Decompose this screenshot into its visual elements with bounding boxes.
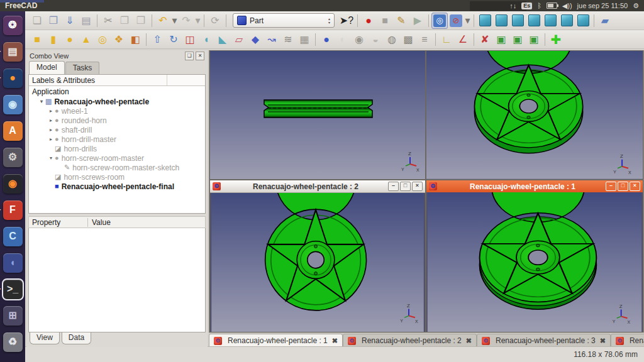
window-titlebar-2[interactable]: ⚙ Renacuajo-wheel-pentacle : 2 –□×	[210, 180, 425, 193]
boolean-union-button[interactable]: ◉	[351, 31, 367, 48]
tree-item-application[interactable]: Application	[29, 86, 205, 97]
tree-item-rounded-horn[interactable]: ▸●rounded-horn	[29, 116, 205, 125]
view-rear-button[interactable]	[542, 13, 558, 29]
boolean-operation-button[interactable]: ●	[318, 31, 335, 48]
open-file-button[interactable]: ❐	[45, 13, 62, 29]
tab-model[interactable]: Model	[29, 61, 65, 74]
launcher-item-meshlab[interactable]: ◖	[1, 250, 25, 275]
launcher-item-firefox[interactable]: ▸●	[1, 65, 25, 90]
part-revolve-button[interactable]: ↻	[165, 31, 182, 48]
measure-linear-button[interactable]: ∟	[438, 31, 455, 48]
maximize-button[interactable]: □	[400, 182, 411, 191]
tree-item-horn-screws-room[interactable]: ◪horn-screws-room	[29, 172, 205, 182]
draw-style-more-button[interactable]: ▾	[464, 13, 471, 29]
fit-all-button[interactable]: ◎	[431, 13, 448, 29]
view-axonometric-button[interactable]	[477, 13, 493, 29]
clock[interactable]: jue sep 25 11:50	[577, 3, 628, 9]
launcher-item-system-settings[interactable]: ⚙	[1, 145, 25, 170]
macro-play-button[interactable]: ▶	[409, 13, 426, 29]
launcher-item-freecad[interactable]: ▸F	[1, 197, 25, 222]
macro-record-button[interactable]: ●	[360, 13, 377, 29]
save-file-button[interactable]: ⇓	[62, 13, 78, 29]
view-right-button[interactable]	[526, 13, 542, 29]
tab-close-icon[interactable]: ✖	[466, 337, 472, 345]
battery-icon[interactable]	[547, 3, 557, 9]
3d-view-side[interactable]	[210, 51, 425, 179]
launcher-item-terminal[interactable]: ▸>_	[1, 277, 25, 302]
redo-more-button[interactable]: ▾	[194, 13, 201, 29]
part-shape-builder-button[interactable]: ◧	[127, 31, 143, 48]
part-loft-button[interactable]: ≋	[280, 31, 296, 48]
add-primitive-plus-button[interactable]: ✚	[548, 31, 564, 48]
tab-tasks[interactable]: Tasks	[65, 62, 100, 74]
3d-view-iso-bottom[interactable]	[426, 192, 643, 332]
tree-item-renacuajo-wheel-pentacle-final[interactable]: ■Renacuajo-wheel-pentacle-final	[29, 182, 205, 191]
tree-item-renacuajo-wheel-pentacle[interactable]: ▾▥Renacuajo-wheel-pentacle	[29, 97, 205, 106]
launcher-item-trash[interactable]: ♻	[1, 329, 25, 354]
measure-distance-button[interactable]: ▰	[597, 13, 613, 29]
launcher-item-files[interactable]: ▸▤	[1, 39, 25, 64]
expander-icon[interactable]: ▸	[48, 108, 54, 114]
macro-edit-button[interactable]: ✎	[393, 13, 409, 29]
mdi-tab-3[interactable]: ⚙Renacuajo-wheel-pentacle : 3✖	[477, 334, 611, 347]
print-button[interactable]: ▤	[78, 13, 94, 29]
maximize-button[interactable]: □	[618, 182, 628, 191]
view-top-button[interactable]	[509, 13, 526, 29]
paste-button[interactable]: ❒	[133, 13, 149, 29]
expander-icon[interactable]: ▾	[48, 155, 54, 161]
close-button[interactable]: ×	[412, 182, 423, 191]
mdi-tab-4[interactable]: ⚙Renacuajo	[611, 334, 644, 347]
boolean-intersection-button[interactable]: ◒	[367, 31, 384, 48]
expander-icon[interactable]: ▸	[48, 127, 54, 133]
tab-view[interactable]: View	[30, 332, 60, 344]
measure-refresh-button[interactable]: ✘	[477, 31, 493, 48]
window-titlebar-1[interactable]: ⚙ Renacuajo-wheel-pentacle : 1 –□×	[426, 180, 643, 192]
launcher-item-cura[interactable]: C	[1, 224, 25, 249]
part-torus-button[interactable]: ◎	[94, 31, 111, 48]
minimize-button[interactable]: –	[388, 182, 399, 191]
measure-toggle-delta-button[interactable]: ▣	[526, 31, 542, 48]
measure-toggle-3d-button[interactable]: ▣	[509, 31, 526, 48]
tree-item-wheel-1[interactable]: ▸●wheel-1	[29, 106, 205, 116]
undo-button[interactable]: ↶	[155, 13, 171, 29]
tree-item-horn-drill-master[interactable]: ▸●horn-drill-master	[29, 134, 205, 144]
expander-icon[interactable]: ▸	[48, 118, 54, 123]
bluetooth-icon[interactable]: ᛒ	[537, 3, 541, 9]
keyboard-layout-indicator[interactable]: Es	[521, 3, 532, 9]
part-box-button[interactable]: ■	[29, 31, 45, 48]
property-column-label[interactable]: Property	[29, 218, 88, 227]
network-arrows-icon[interactable]: ↑↓	[509, 3, 516, 9]
part-ruled-surface-button[interactable]: ▱	[231, 31, 247, 48]
part-cone-button[interactable]: ▲	[78, 31, 94, 48]
volume-icon[interactable]: ◀))	[562, 3, 572, 9]
view-bottom-button[interactable]	[558, 13, 575, 29]
view-left-button[interactable]	[575, 13, 591, 29]
view-front-button[interactable]	[493, 13, 509, 29]
part-sweep-button[interactable]: ↝	[264, 31, 280, 48]
launcher-item-blender[interactable]: ◉	[1, 171, 25, 196]
defeaturing-button[interactable]: ▩	[400, 31, 416, 48]
part-fillet-button[interactable]: ◖	[198, 31, 214, 48]
3d-view-iso-top[interactable]	[426, 51, 643, 179]
expander-icon[interactable]: ▸	[48, 136, 54, 142]
tab-close-icon[interactable]: ✖	[600, 337, 606, 345]
launcher-item-chromium[interactable]: ◉	[1, 92, 25, 117]
part-extrude-button[interactable]: ⇧	[149, 31, 165, 48]
make-compound-button[interactable]: ≡	[416, 31, 433, 48]
whats-this-button[interactable]: ➤?	[338, 13, 355, 29]
workbench-selector[interactable]: Part▴▾	[233, 13, 335, 28]
measure-angular-button[interactable]: ∠	[455, 31, 471, 48]
draw-style-button[interactable]: ⊘	[448, 13, 464, 29]
launcher-item-dash-home[interactable]: ❂	[1, 13, 25, 38]
part-primitives-button[interactable]: ❖	[111, 31, 127, 48]
mdi-tab-2[interactable]: ⚙Renacuajo-wheel-pentacle : 2✖	[343, 334, 477, 347]
part-mirror-button[interactable]: ◫	[182, 31, 198, 48]
copy-button[interactable]: ❐	[116, 13, 133, 29]
measure-clear-button[interactable]: ▣	[493, 31, 509, 48]
redo-button[interactable]: ↷	[178, 13, 194, 29]
app-menu-title[interactable]: FreeCAD	[5, 1, 37, 10]
session-gear-icon[interactable]: ⚙	[633, 3, 639, 9]
refresh-button[interactable]: ⟳	[207, 13, 223, 29]
part-cylinder-button[interactable]: ▮	[45, 31, 62, 48]
boolean-cut-button[interactable]: ◐	[335, 31, 351, 48]
